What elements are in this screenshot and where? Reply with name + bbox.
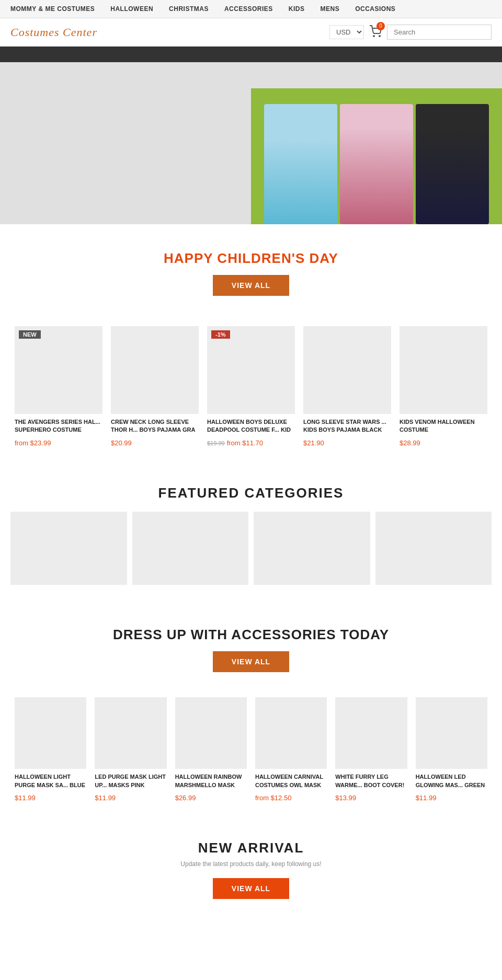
accessories-product-card[interactable]: LED PURGE MASK LIGHT UP... MASKS PINK $1… xyxy=(90,693,170,809)
product-image-placeholder xyxy=(95,697,166,769)
product-info: WHITE FURRY LEG WARME... BOOT COVER! $13… xyxy=(335,769,407,804)
product-image: -1% xyxy=(207,326,295,414)
product-info: CREW NECK LONG SLEEVE THOR H... BOYS PAJ… xyxy=(111,414,199,449)
product-price: $26.99 xyxy=(175,794,196,802)
product-image xyxy=(15,697,86,769)
accessories-product-card[interactable]: HALLOWEEN RAINBOW MARSHMELLO MASK $26.99 xyxy=(171,693,251,809)
category-card-1[interactable] xyxy=(10,512,127,585)
product-info: HALLOWEEN RAINBOW MARSHMELLO MASK $26.99 xyxy=(175,769,247,804)
product-title: HALLOWEEN LED GLOWING MAS... GREEN xyxy=(416,773,487,790)
product-title: HALLOWEEN LIGHT PURGE MASK SA... BLUE xyxy=(15,773,86,790)
product-price: $28.99 xyxy=(400,439,420,447)
nav-item-halloween[interactable]: HALLOWEEN xyxy=(110,5,153,13)
header-right: USD 0 xyxy=(329,25,492,40)
product-image xyxy=(255,697,327,769)
nav-item-mommy-me[interactable]: MOMMY & ME COSTUMES xyxy=(10,5,95,13)
accessories-title: DRESS UP WITH ACCESSORIES TODAY xyxy=(10,627,492,643)
product-image-placeholder xyxy=(255,697,327,769)
svg-point-1 xyxy=(379,36,380,37)
product-info: HALLOWEEN LED GLOWING MAS... GREEN $11.9… xyxy=(416,769,487,804)
svg-point-0 xyxy=(373,36,374,37)
product-info: LONG SLEEVE STAR WARS ... KIDS BOYS PAJA… xyxy=(303,414,391,449)
accessories-view-all-button[interactable]: VIEW ALL xyxy=(213,651,289,672)
product-image-placeholder xyxy=(400,326,487,414)
product-badge: NEW xyxy=(19,330,41,339)
childrens-day-section: HAPPY CHILDREN'S DAY VIEW ALL xyxy=(0,224,502,312)
product-badge: -1% xyxy=(211,330,230,339)
product-image xyxy=(95,697,166,769)
search-box[interactable] xyxy=(387,25,492,40)
product-image xyxy=(175,697,247,769)
product-title: HALLOWEEN RAINBOW MARSHMELLO MASK xyxy=(175,773,247,790)
product-info: THE AVENGERS SERIES HAL... SUPERHERO COS… xyxy=(15,414,102,449)
children-products-grid: NEW THE AVENGERS SERIES HAL... SUPERHERO… xyxy=(0,312,502,464)
hero-figures xyxy=(264,104,489,224)
product-title: CREW NECK LONG SLEEVE THOR H... BOYS PAJ… xyxy=(111,418,199,435)
product-price: from $23.99 xyxy=(15,439,51,447)
product-price: $21.90 xyxy=(303,439,324,447)
children-product-card[interactable]: KIDS VENOM HALLOWEEN COSTUME $28.99 xyxy=(395,322,492,454)
children-product-card[interactable]: NEW THE AVENGERS SERIES HAL... SUPERHERO… xyxy=(10,322,107,454)
currency-selector[interactable]: USD xyxy=(329,25,364,39)
product-title: KIDS VENOM HALLOWEEN COSTUME xyxy=(400,418,487,435)
nav-item-kids[interactable]: KIDS xyxy=(289,5,305,13)
product-image-placeholder xyxy=(15,326,102,414)
category-card-4[interactable] xyxy=(375,512,492,585)
accessories-product-card[interactable]: WHITE FURRY LEG WARME... BOOT COVER! $13… xyxy=(331,693,411,809)
product-price: $20.99 xyxy=(111,439,132,447)
nav-item-occasions[interactable]: OCCASIONS xyxy=(355,5,395,13)
new-arrival-view-all-button[interactable]: VIEW ALL xyxy=(213,878,289,899)
featured-categories-section: FEATURED CATEGORIES xyxy=(0,464,502,606)
product-image xyxy=(335,697,407,769)
product-price-wrap: $21.90 xyxy=(303,438,391,447)
accessories-products-grid: HALLOWEEN LIGHT PURGE MASK SA... BLUE $1… xyxy=(0,683,502,819)
category-card-2[interactable] xyxy=(132,512,249,585)
search-input[interactable] xyxy=(394,28,485,36)
category-card-3[interactable] xyxy=(254,512,370,585)
product-image-placeholder xyxy=(416,697,487,769)
accessories-section: DRESS UP WITH ACCESSORIES TODAY VIEW ALL xyxy=(0,606,502,683)
product-price-wrap: $28.99 xyxy=(400,438,487,447)
product-image-placeholder xyxy=(207,326,295,414)
product-price-wrap: $20.99 xyxy=(111,438,199,447)
product-image xyxy=(416,697,487,769)
categories-grid xyxy=(10,512,492,585)
product-info: HALLOWEEN BOYS DELUXE DEADPOOL COSTUME F… xyxy=(207,414,295,449)
hero-banner xyxy=(0,62,502,224)
featured-categories-title: FEATURED CATEGORIES xyxy=(10,485,492,501)
product-info: LED PURGE MASK LIGHT UP... MASKS PINK $1… xyxy=(95,769,166,804)
cart-count: 0 xyxy=(376,22,385,30)
product-image xyxy=(400,326,487,414)
product-title: HALLOWEEN CARNIVAL COSTUMES OWL MASK xyxy=(255,773,327,790)
product-price: $11.99 xyxy=(416,794,437,802)
product-image-placeholder xyxy=(175,697,247,769)
accessories-product-card[interactable]: HALLOWEEN CARNIVAL COSTUMES OWL MASK fro… xyxy=(251,693,331,809)
childrens-day-view-all-button[interactable]: VIEW ALL xyxy=(213,275,289,296)
product-price: from $11.70 xyxy=(227,439,263,447)
children-product-card[interactable]: CREW NECK LONG SLEEVE THOR H... BOYS PAJ… xyxy=(107,322,203,454)
product-info: HALLOWEEN CARNIVAL COSTUMES OWL MASK fro… xyxy=(255,769,327,804)
product-image: NEW xyxy=(15,326,102,414)
accessories-product-card[interactable]: HALLOWEEN LED GLOWING MAS... GREEN $11.9… xyxy=(412,693,492,809)
product-image-placeholder xyxy=(335,697,407,769)
hero-figure-2 xyxy=(340,104,413,224)
children-product-card[interactable]: -1% HALLOWEEN BOYS DELUXE DEADPOOL COSTU… xyxy=(203,322,299,454)
product-price-original: $19.99 xyxy=(207,440,225,446)
nav-item-mens[interactable]: MENS xyxy=(320,5,339,13)
nav-item-christmas[interactable]: CHRISTMAS xyxy=(169,5,209,13)
new-arrival-title: NEW ARRIVAL xyxy=(10,840,492,856)
site-logo: Costumes Center xyxy=(10,26,97,39)
children-product-card[interactable]: LONG SLEEVE STAR WARS ... KIDS BOYS PAJA… xyxy=(299,322,395,454)
nav-item-accessories[interactable]: ACCESSORIES xyxy=(224,5,273,13)
product-image xyxy=(303,326,391,414)
product-image-placeholder xyxy=(303,326,391,414)
accessories-product-card[interactable]: HALLOWEEN LIGHT PURGE MASK SA... BLUE $1… xyxy=(10,693,90,809)
dark-bar xyxy=(0,47,502,62)
cart-icon[interactable]: 0 xyxy=(369,25,382,40)
product-title: LONG SLEEVE STAR WARS ... KIDS BOYS PAJA… xyxy=(303,418,391,435)
product-price: from $12.50 xyxy=(255,794,291,802)
hero-figure-1 xyxy=(264,104,337,224)
product-price-wrap: from $23.99 xyxy=(15,438,102,447)
site-header: Costumes Center USD 0 xyxy=(0,18,502,47)
product-title: LED PURGE MASK LIGHT UP... MASKS PINK xyxy=(95,773,166,790)
